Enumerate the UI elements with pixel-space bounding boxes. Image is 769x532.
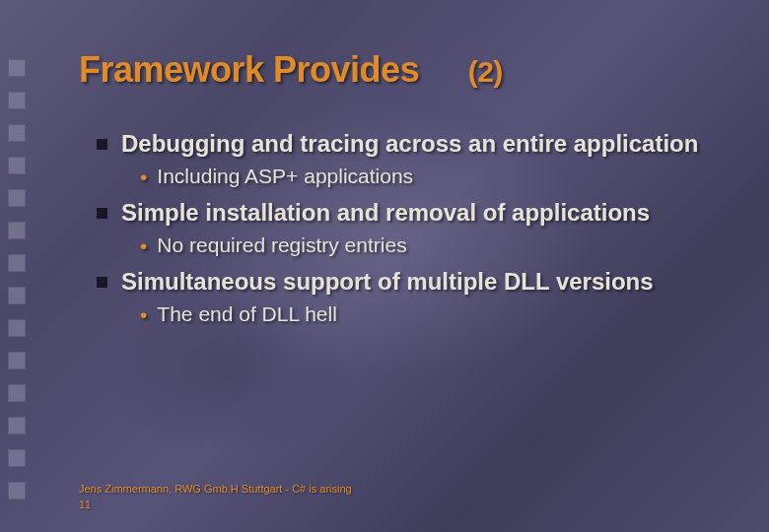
square-bullet-icon	[97, 139, 107, 150]
bullet-text: Debugging and tracing across an entire a…	[121, 130, 698, 159]
square-bullet-icon	[97, 208, 107, 219]
title-number: (2)	[468, 55, 503, 88]
title-main: Framework Provides	[79, 49, 419, 90]
dot-bullet-icon: •	[140, 302, 147, 327]
bullet-text: Simple installation and removal of appli…	[121, 199, 650, 228]
dot-bullet-icon: •	[140, 165, 147, 189]
bullet-level1: Simple installation and removal of appli…	[97, 199, 730, 228]
slide-content: Framework Provides (2) Debugging and tra…	[0, 0, 769, 532]
subbullet-text: The end of DLL hell	[157, 302, 337, 326]
bullet-level1: Simultaneous support of multiple DLL ver…	[97, 268, 730, 297]
footer-page: 11	[79, 498, 352, 512]
bullet-level1: Debugging and tracing across an entire a…	[97, 130, 730, 159]
bullet-level2: • Including ASP+ applications	[140, 165, 730, 189]
footer-text: Jens Zimmermann, RWG Gmb.H Stuttgart - C…	[79, 482, 352, 497]
subbullet-text: No required registry entries	[157, 233, 406, 257]
slide-title: Framework Provides (2)	[79, 49, 730, 91]
dot-bullet-icon: •	[140, 233, 147, 258]
square-bullet-icon	[97, 277, 107, 288]
bullet-level2: • No required registry entries	[140, 233, 730, 258]
bullet-level2: • The end of DLL hell	[140, 302, 730, 327]
subbullet-text: Including ASP+ applications	[157, 165, 413, 188]
slide-footer: Jens Zimmermann, RWG Gmb.H Stuttgart - C…	[79, 482, 352, 512]
bullet-text: Simultaneous support of multiple DLL ver…	[121, 268, 654, 297]
